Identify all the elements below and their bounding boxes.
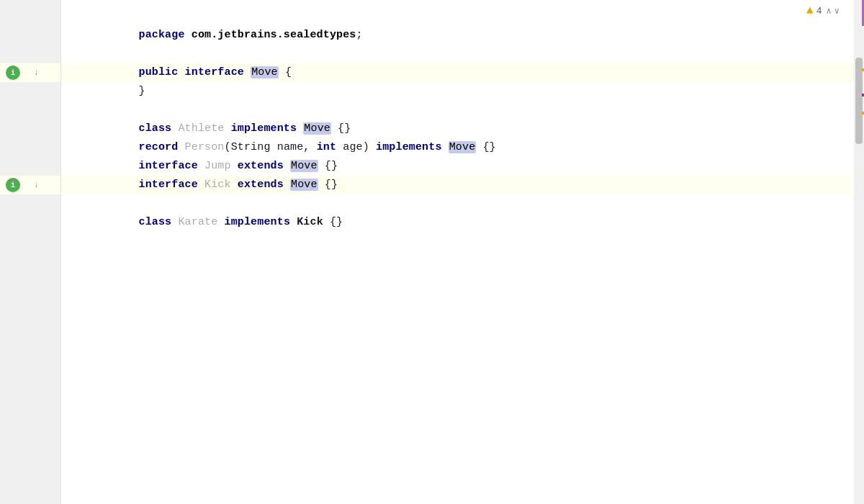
space-11b: [217, 216, 224, 228]
warning-count: 4: [816, 6, 822, 17]
info-icon-line9: i: [11, 181, 16, 189]
space-9b: [231, 179, 238, 191]
gutter: i ↓ i ↓: [0, 0, 61, 504]
gutter-line-6: [0, 120, 60, 138]
scrollbar-track[interactable]: [854, 0, 864, 504]
arrow-down-icon-line9: ↓: [34, 180, 39, 190]
gutter-line-3: i ↓: [0, 63, 60, 82]
space-7b: age): [336, 141, 376, 153]
editor-container: i ↓ i ↓: [0, 0, 864, 504]
highlight-move-7: Move: [449, 141, 477, 153]
brace-3: {: [279, 66, 292, 78]
space-11c: [290, 216, 297, 228]
semicolon-1: ;: [356, 29, 363, 41]
keyword-package: package: [139, 29, 185, 41]
classname-karate: Karate: [178, 216, 217, 228]
gutter-lines: i ↓ i ↓: [0, 26, 60, 232]
gutter-line-9: i ↓: [0, 176, 60, 194]
gutter-line-4: [0, 82, 60, 101]
keyword-implements-11: implements: [225, 216, 291, 228]
gutter-line-8: [0, 157, 60, 176]
gutter-line-11: [0, 213, 60, 232]
keyword-interface-1: interface: [185, 66, 244, 78]
closing-brace-4: }: [139, 85, 145, 97]
highlight-move-1: Move: [251, 66, 279, 78]
keyword-implements-7: implements: [376, 141, 442, 153]
code-line-11: class Karate implements Kick {}: [61, 213, 854, 232]
braces-7: {}: [476, 141, 495, 153]
code-line-1: package com.jetbrains.sealedtypes;: [61, 26, 854, 45]
keyword-class-11: class: [139, 216, 172, 228]
chevron-down-icon[interactable]: ∨: [834, 6, 840, 17]
braces-9: {}: [318, 179, 338, 191]
gutter-line-10: [0, 194, 60, 213]
code-line-4: }: [61, 82, 854, 101]
info-icon-line3: i: [11, 68, 16, 77]
highlight-move-9: Move: [290, 179, 318, 191]
space-3a: [178, 66, 184, 78]
code-line-9: interface Kick extends Move {}: [61, 176, 854, 194]
keyword-interface-9: interface: [139, 179, 198, 191]
space-7c: [442, 141, 449, 153]
code-line-3: public interface Move {: [61, 63, 854, 82]
braces-11: {}: [323, 216, 343, 228]
package-name: com.jetbrains.sealedtypes: [192, 29, 356, 41]
space-1: [185, 29, 192, 41]
warning-area: ▲ 4 ∧ ∨: [806, 4, 840, 17]
gutter-line-7: [0, 138, 60, 157]
space-9a: [198, 179, 204, 191]
space-9c: [284, 179, 290, 191]
space-3b: [244, 66, 251, 78]
arrow-down-icon-line3: ↓: [34, 68, 39, 78]
gutter-line-2: [0, 45, 60, 63]
warning-triangle-icon: ▲: [806, 4, 814, 17]
chevron-up-icon[interactable]: ∧: [827, 6, 832, 17]
line-content-11: class Karate implements Kick {}: [61, 194, 343, 251]
code-area[interactable]: ▲ 4 ∧ ∨ package com.jetbrains.sealedtype…: [61, 0, 854, 504]
classname-kick-ref: Kick: [297, 216, 323, 228]
keyword-extends-9: extends: [238, 179, 284, 191]
classname-kick: Kick: [204, 179, 231, 191]
code-lines-wrapper: package com.jetbrains.sealedtypes; publi…: [61, 26, 854, 232]
gutter-line-5: [0, 101, 60, 120]
gutter-line-1: [0, 26, 60, 45]
